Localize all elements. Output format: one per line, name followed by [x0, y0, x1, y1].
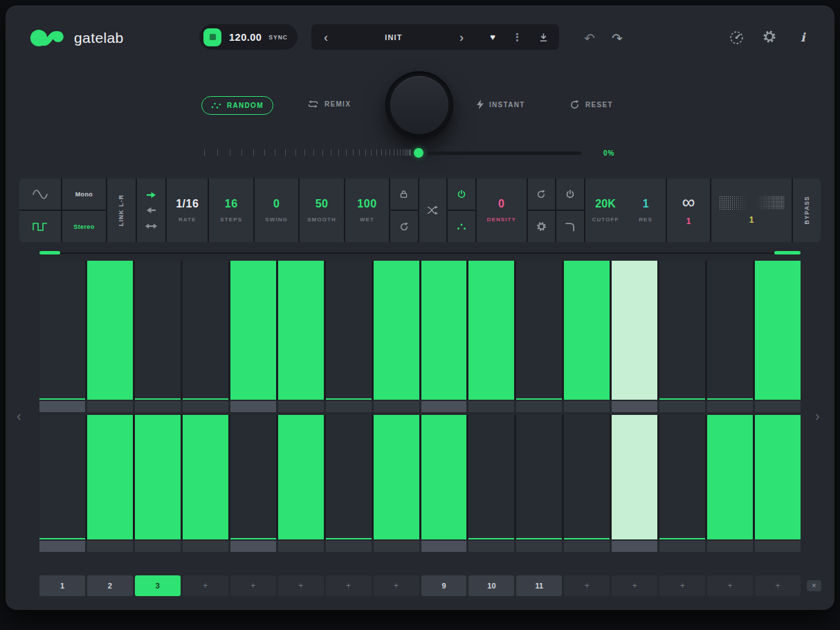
- randomize-amount-thumb[interactable]: [414, 148, 423, 158]
- step-footer-right-10[interactable]: [468, 541, 514, 552]
- pattern-slot-8[interactable]: +: [374, 575, 419, 596]
- settings-gear-icon[interactable]: [763, 30, 776, 44]
- gate-step-right-13[interactable]: [612, 415, 657, 539]
- gate-step-right-10[interactable]: [468, 415, 514, 539]
- step-footer-right-15[interactable]: [707, 541, 753, 552]
- square-wave-button[interactable]: [19, 210, 61, 242]
- step-footer-right-5[interactable]: [230, 541, 276, 552]
- step-footer-left-6[interactable]: [278, 401, 324, 412]
- lock-button[interactable]: [390, 178, 418, 210]
- step-footer-right-2[interactable]: [87, 541, 133, 552]
- gate-step-right-11[interactable]: [516, 415, 562, 539]
- rate-control[interactable]: 1/16 RATE: [167, 178, 208, 242]
- sync-toggle[interactable]: SYNC: [268, 34, 288, 41]
- pattern-slot-14[interactable]: +: [659, 575, 705, 596]
- page-prev-chevron[interactable]: ‹: [17, 409, 21, 423]
- filter-power-button[interactable]: [556, 178, 584, 210]
- step-footer-left-11[interactable]: [516, 401, 562, 412]
- step-footer-right-13[interactable]: [612, 541, 657, 552]
- filter-control[interactable]: 20K CUTOFF 1 RES: [585, 178, 666, 242]
- reset-button[interactable]: RESET: [569, 100, 613, 110]
- midi-controller-icon[interactable]: [729, 30, 744, 45]
- smooth-control[interactable]: 50 SMOOTH: [300, 178, 344, 242]
- gate-step-right-12[interactable]: [564, 415, 610, 539]
- pattern-slot-7[interactable]: +: [326, 575, 372, 596]
- pattern-slot-5[interactable]: +: [230, 575, 276, 596]
- step-footer-left-2[interactable]: [87, 401, 133, 412]
- gate-step-left-3[interactable]: [135, 261, 181, 400]
- shuffle-button[interactable]: [419, 178, 447, 242]
- gate-step-left-16[interactable]: [755, 261, 801, 400]
- direction-backward-button[interactable]: [146, 204, 156, 216]
- gate-step-right-6[interactable]: [278, 415, 324, 539]
- gate-step-right-2[interactable]: [87, 415, 133, 539]
- gate-step-right-4[interactable]: [183, 415, 228, 539]
- step-footer-left-3[interactable]: [135, 401, 181, 412]
- gate-step-right-14[interactable]: [659, 415, 705, 539]
- filter-settings-button[interactable]: [528, 210, 556, 242]
- random-mode-button[interactable]: RANDOM: [201, 96, 273, 115]
- save-preset-icon[interactable]: [539, 33, 548, 42]
- texture-a-icon[interactable]: [719, 196, 749, 210]
- step-footer-right-9[interactable]: [421, 541, 467, 552]
- gate-step-left-9[interactable]: [421, 261, 467, 400]
- loop-control[interactable]: ∞ 1: [667, 178, 710, 242]
- preset-menu-icon[interactable]: ⋮: [512, 31, 522, 44]
- auto-random-button[interactable]: [390, 210, 418, 242]
- gate-amount-knob[interactable]: [385, 71, 453, 139]
- step-footer-left-16[interactable]: [755, 401, 801, 412]
- pattern-slot-2[interactable]: 2: [87, 575, 133, 596]
- step-footer-left-5[interactable]: [230, 401, 276, 412]
- step-footer-right-3[interactable]: [135, 541, 181, 552]
- step-footer-right-16[interactable]: [755, 541, 801, 552]
- bypass-button[interactable]: BYPASS: [793, 178, 821, 242]
- pattern-slot-12[interactable]: +: [564, 575, 610, 596]
- gate-step-left-1[interactable]: [39, 261, 85, 400]
- redo-button[interactable]: ↷: [612, 32, 623, 45]
- undo-button[interactable]: ↶: [584, 32, 595, 45]
- hide-pattern-bar-icon[interactable]: ✕: [807, 580, 821, 591]
- pattern-slot-15[interactable]: +: [707, 575, 753, 596]
- pattern-slot-1[interactable]: 1: [39, 575, 85, 596]
- step-footer-left-15[interactable]: [707, 401, 753, 412]
- remix-button[interactable]: REMIX: [307, 100, 351, 109]
- step-footer-right-11[interactable]: [516, 541, 562, 552]
- direction-pingpong-button[interactable]: [145, 220, 157, 232]
- gate-step-left-2[interactable]: [87, 261, 133, 400]
- pattern-slot-11[interactable]: 11: [516, 575, 562, 596]
- gate-step-left-12[interactable]: [564, 261, 610, 400]
- pattern-slot-4[interactable]: +: [183, 575, 228, 596]
- sine-wave-button[interactable]: [19, 178, 61, 210]
- direction-forward-button[interactable]: [146, 189, 156, 201]
- gate-step-left-8[interactable]: [374, 261, 419, 400]
- step-footer-left-7[interactable]: [326, 401, 372, 412]
- step-footer-right-7[interactable]: [326, 541, 372, 552]
- density-power-button[interactable]: [448, 178, 475, 210]
- loop-end-handle[interactable]: [774, 251, 801, 254]
- info-icon[interactable]: i: [801, 30, 805, 44]
- gate-step-right-7[interactable]: [326, 415, 372, 539]
- preset-prev-button[interactable]: ‹: [322, 31, 329, 44]
- steps-control[interactable]: 16 STEPS: [209, 178, 253, 242]
- step-footer-right-8[interactable]: [374, 541, 419, 552]
- gate-step-right-3[interactable]: [135, 415, 181, 539]
- loop-start-handle[interactable]: [39, 251, 60, 254]
- gate-step-right-5[interactable]: [230, 415, 276, 539]
- gate-step-left-14[interactable]: [659, 261, 705, 400]
- filter-cycle-button[interactable]: [528, 178, 556, 210]
- pattern-slot-6[interactable]: +: [278, 575, 324, 596]
- stereo-button[interactable]: Stereo: [62, 210, 106, 242]
- step-footer-left-12[interactable]: [564, 401, 610, 412]
- gate-shape-button[interactable]: [556, 210, 584, 242]
- mono-button[interactable]: Mono: [62, 178, 106, 210]
- gate-step-right-16[interactable]: [755, 415, 801, 539]
- instant-button[interactable]: INSTANT: [477, 100, 525, 109]
- gate-step-left-4[interactable]: [183, 261, 228, 400]
- link-lr-button[interactable]: LINK L-R: [107, 178, 136, 242]
- pattern-slot-13[interactable]: +: [612, 575, 657, 596]
- swing-control[interactable]: 0 SWING: [255, 178, 298, 242]
- pattern-slot-16[interactable]: +: [755, 575, 801, 596]
- randomize-amount-track[interactable]: [428, 151, 581, 155]
- gate-step-left-15[interactable]: [707, 261, 753, 400]
- step-footer-left-13[interactable]: [612, 401, 657, 412]
